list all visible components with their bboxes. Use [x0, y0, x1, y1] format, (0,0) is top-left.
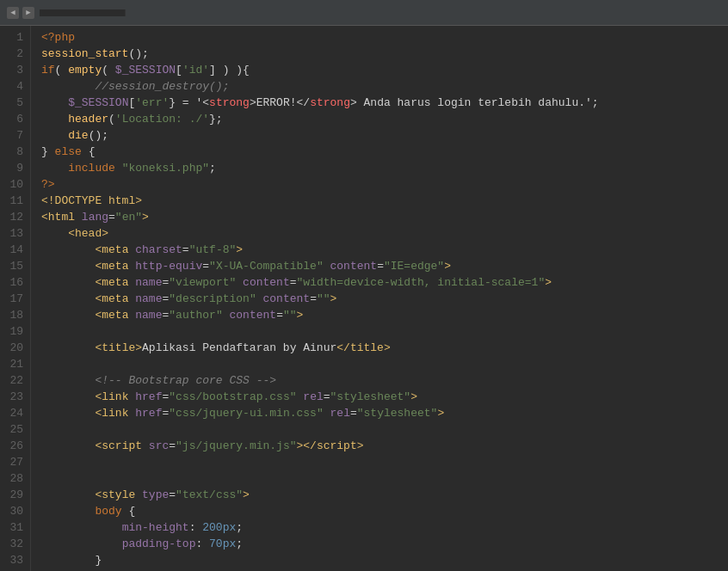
code-line: //session_destroy();	[41, 78, 728, 95]
code-line: die();	[41, 127, 728, 144]
line-number: 31	[9, 519, 23, 536]
line-number: 10	[9, 176, 23, 193]
code-line: <meta http-equiv="X-UA-Compatible" conte…	[41, 258, 728, 274]
line-number: 33	[9, 552, 23, 568]
editor-body: 1234567891011121314151617181920212223242…	[0, 26, 728, 571]
code-line: body {	[41, 503, 728, 519]
code-line: <style type="text/css">	[41, 487, 728, 503]
line-number: 12	[9, 209, 23, 225]
line-number: 25	[9, 421, 23, 438]
code-line: $_SESSION['err'} = '<strong>ERROR!</stro…	[41, 95, 728, 111]
line-number: 13	[9, 225, 23, 242]
code-line: <?php	[41, 29, 728, 46]
code-line: <!-- Bootstrap core CSS -->	[41, 372, 728, 389]
line-number: 18	[9, 307, 23, 323]
forward-button[interactable]: ▶	[22, 7, 34, 19]
code-line: ?>	[41, 176, 728, 193]
line-numbers: 1234567891011121314151617181920212223242…	[0, 26, 31, 571]
line-number: 15	[9, 258, 23, 274]
line-number: 11	[9, 193, 23, 209]
line-number: 5	[9, 95, 23, 111]
line-number: 23	[9, 389, 23, 405]
code-line: <link href="css/jquery-ui.min.css" rel="…	[41, 405, 728, 421]
line-number: 28	[9, 470, 23, 487]
code-line: <meta charset="utf-8">	[41, 242, 728, 258]
active-tab[interactable]	[40, 9, 126, 16]
code-line: include "koneksi.php";	[41, 160, 728, 176]
line-number: 26	[9, 438, 23, 454]
editor-window: ◀ ▶ 123456789101112131415161718192021222…	[0, 0, 728, 571]
code-line: <head>	[41, 225, 728, 242]
code-line: min-height: 200px;	[41, 519, 728, 536]
line-number: 1	[9, 29, 23, 46]
line-number: 17	[9, 291, 23, 307]
line-number: 14	[9, 242, 23, 258]
code-line: session_start();	[41, 46, 728, 62]
code-line	[41, 356, 728, 372]
line-number: 32	[9, 536, 23, 552]
line-number: 20	[9, 340, 23, 356]
code-line: if( empty( $_SESSION['id'] ) ){	[41, 62, 728, 78]
code-line: <link href="css/bootstrap.css" rel="styl…	[41, 389, 728, 405]
code-line	[41, 470, 728, 487]
line-number: 27	[9, 454, 23, 470]
code-line: <html lang="en">	[41, 209, 728, 225]
line-number: 24	[9, 405, 23, 421]
code-line: header('Location: ./'};	[41, 111, 728, 127]
line-number: 3	[9, 62, 23, 78]
title-bar: ◀ ▶	[0, 0, 728, 26]
back-button[interactable]: ◀	[7, 7, 19, 19]
line-number: 9	[9, 160, 23, 176]
line-number: 29	[9, 487, 23, 503]
code-line	[41, 454, 728, 470]
line-number: 8	[9, 144, 23, 160]
code-line: <!DOCTYPE html>	[41, 193, 728, 209]
code-line: <script src="js/jquery.min.js"></script>	[41, 438, 728, 454]
code-line: <meta name="description" content="">	[41, 291, 728, 307]
line-number: 16	[9, 274, 23, 291]
code-line	[41, 323, 728, 340]
code-line: }	[41, 552, 728, 568]
line-number: 22	[9, 372, 23, 389]
code-line: <meta name="author" content="">	[41, 307, 728, 323]
code-line: padding-top: 70px;	[41, 536, 728, 552]
line-number: 21	[9, 356, 23, 372]
line-number: 19	[9, 323, 23, 340]
code-line: <meta name="viewport" content="width=dev…	[41, 274, 728, 291]
line-number: 6	[9, 111, 23, 127]
line-number: 7	[9, 127, 23, 144]
line-number: 4	[9, 78, 23, 95]
code-line: <title>Aplikasi Pendaftaran by Ainur</ti…	[41, 340, 728, 356]
line-number: 2	[9, 46, 23, 62]
code-area[interactable]: <?phpsession_start();if( empty( $_SESSIO…	[31, 26, 728, 571]
code-line: } else {	[41, 144, 728, 160]
line-number: 30	[9, 503, 23, 519]
title-bar-controls[interactable]: ◀ ▶	[7, 7, 34, 19]
code-line	[41, 421, 728, 438]
